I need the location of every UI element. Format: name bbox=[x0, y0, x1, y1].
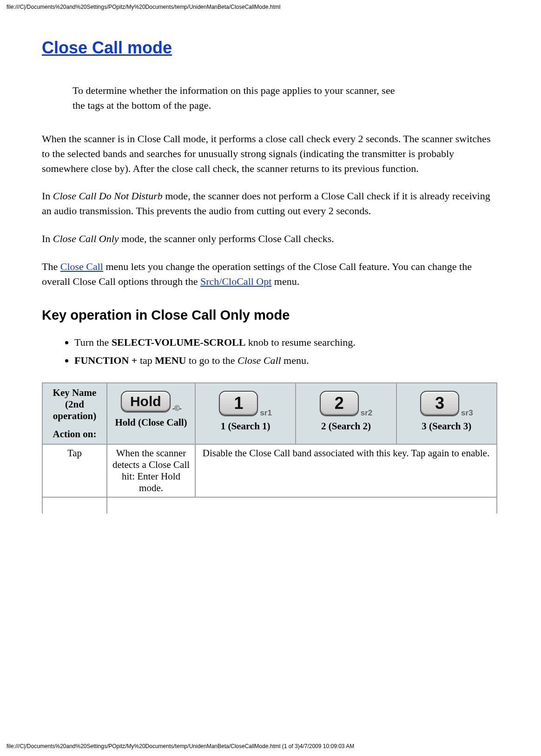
table-header-key-hold: Hold-©- Hold (Close Call) bbox=[107, 383, 195, 444]
page-title[interactable]: Close Call mode bbox=[42, 38, 497, 58]
keycap-2-icon: 2 bbox=[320, 391, 359, 416]
bold-knob: SELECT-VOLUME-SCROLL bbox=[112, 336, 245, 348]
text: menu. bbox=[271, 276, 299, 287]
table-header-key-3: 3sr3 3 (Search 3) bbox=[396, 383, 497, 444]
bullet-list: Turn the SELECT-VOLUME-SCROLL knob to re… bbox=[42, 334, 497, 368]
paragraph-menu: The Close Call menu lets you change the … bbox=[42, 259, 497, 289]
emphasis-close-call: Close Call bbox=[238, 355, 281, 366]
key-label: 2 (Search 2) bbox=[301, 421, 391, 432]
header-file-path: file:///C|/Documents%20and%20Settings/PO… bbox=[7, 4, 534, 10]
keycap-1-icon: 1 bbox=[219, 391, 258, 416]
empty-cell bbox=[107, 497, 497, 513]
keycap-3-icon: 3 bbox=[420, 391, 459, 416]
text: Action on: bbox=[46, 428, 104, 440]
text: In bbox=[42, 233, 53, 244]
paragraph-overview: When the scanner is in Close Call mode, … bbox=[42, 131, 497, 176]
emphasis-dnd: Close Call Do Not Disturb bbox=[53, 190, 163, 202]
subscript-sr2: sr2 bbox=[361, 408, 373, 417]
text: menu. bbox=[281, 355, 309, 366]
text: tap bbox=[137, 355, 155, 366]
table-header-key-2: 2sr2 2 (Search 2) bbox=[296, 383, 396, 444]
bold-function: FUNCTION + bbox=[74, 355, 137, 366]
cell-tap-hold: When the scanner detects a Close Call hi… bbox=[107, 444, 195, 497]
footer-file-path: file:///C|/Documents%20and%20Settings/PO… bbox=[7, 743, 354, 749]
subscript-sr3: sr3 bbox=[461, 408, 473, 417]
text: The bbox=[42, 261, 60, 272]
key-label: 1 (Search 1) bbox=[200, 421, 290, 432]
close-call-symbol-icon: -©- bbox=[172, 404, 181, 412]
list-item: FUNCTION + tap MENU to go to the Close C… bbox=[74, 352, 497, 368]
bold-menu: MENU bbox=[155, 355, 186, 366]
text: mode, the scanner only performs Close Ca… bbox=[119, 233, 334, 244]
paragraph-dnd: In Close Call Do Not Disturb mode, the s… bbox=[42, 189, 497, 218]
list-item: Turn the SELECT-VOLUME-SCROLL knob to re… bbox=[74, 334, 497, 350]
emphasis-cconly: Close Call Only bbox=[53, 233, 119, 244]
empty-cell bbox=[42, 497, 107, 513]
table-header-actions: Key Name (2nd operation) Action on: bbox=[42, 383, 107, 444]
table-header-key-1: 1sr1 1 (Search 1) bbox=[195, 383, 296, 444]
keycap-hold-icon: Hold bbox=[121, 391, 171, 412]
link-srch-clocall-opt[interactable]: Srch/CloCall Opt bbox=[200, 276, 271, 287]
text: to go to the bbox=[186, 355, 238, 366]
table-header-row: Key Name (2nd operation) Action on: Hold… bbox=[42, 383, 497, 444]
link-close-call[interactable]: Close Call bbox=[60, 261, 103, 272]
text: In bbox=[42, 190, 53, 202]
key-label: Hold (Close Call) bbox=[112, 417, 190, 428]
paragraph-cconly: In Close Call Only mode, the scanner onl… bbox=[42, 231, 497, 246]
row-label-tap: Tap bbox=[42, 444, 107, 497]
subscript-sr1: sr1 bbox=[260, 408, 272, 417]
intro-note: To determine whether the information on … bbox=[73, 83, 407, 113]
text: Turn the bbox=[74, 336, 112, 348]
section-heading-key-operation: Key operation in Close Call Only mode bbox=[42, 308, 497, 323]
key-label: 3 (Search 3) bbox=[402, 421, 492, 432]
table-row: Tap When the scanner detects a Close Cal… bbox=[42, 444, 497, 497]
cell-tap-disable: Disable the Close Call band associated w… bbox=[195, 444, 497, 497]
key-operation-table: Key Name (2nd operation) Action on: Hold… bbox=[42, 382, 497, 513]
text: Key Name (2nd operation) bbox=[46, 387, 104, 422]
table-row bbox=[42, 497, 497, 513]
text: knob to resume searching. bbox=[245, 336, 355, 348]
